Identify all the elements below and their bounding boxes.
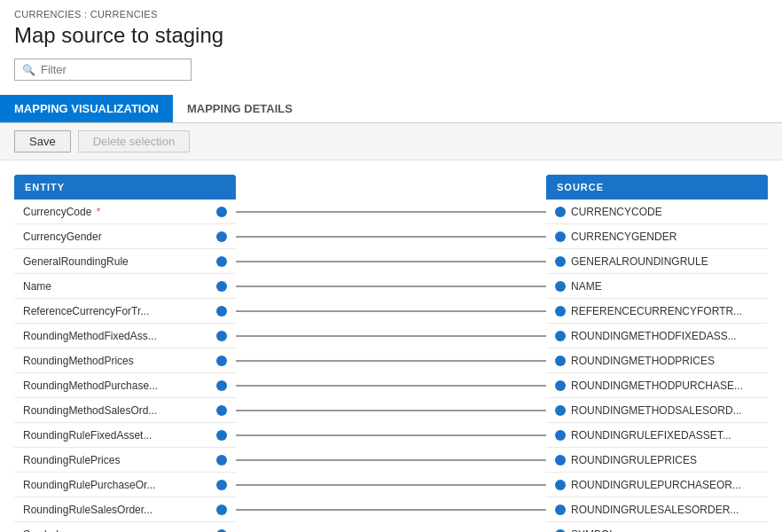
source-row-label: SYMBOL — [571, 528, 615, 532]
source-dot — [555, 256, 566, 267]
entity-dot — [216, 331, 227, 341]
source-row: NAME — [546, 274, 768, 299]
entity-dot — [216, 306, 227, 317]
source-panel-header: SOURCE — [546, 175, 768, 200]
entity-dot — [216, 207, 227, 217]
source-dot — [555, 505, 566, 515]
source-rows: CURRENCYCODECURRENCYGENDERGENERALROUNDIN… — [546, 200, 768, 532]
source-row: ROUNDINGMETHODPURCHASE... — [546, 373, 768, 398]
entity-dot — [216, 405, 227, 416]
page-title: Map source to staging — [14, 23, 768, 48]
source-row-label: ROUNDINGMETHODPRICES — [571, 355, 715, 367]
connector-area — [236, 175, 546, 532]
entity-row-label: CurrencyCode * — [23, 206, 211, 218]
entity-row-label: ReferenceCurrencyForTr... — [23, 305, 211, 317]
entity-panel-header: ENTITY — [14, 175, 236, 200]
entity-row-label: Name — [23, 280, 211, 293]
entity-dot — [216, 231, 227, 242]
source-row-label: ROUNDINGMETHODPURCHASE... — [571, 379, 743, 392]
source-dot — [555, 430, 566, 441]
source-row: REFERENCECURRENCYFORTR... — [546, 299, 768, 324]
entity-row: RoundingMethodFixedAss... — [14, 324, 236, 348]
source-dot — [555, 380, 566, 391]
save-button[interactable]: Save — [14, 130, 71, 153]
entity-row: RoundingMethodPrices — [14, 348, 236, 373]
source-row: SYMBOL — [546, 522, 768, 532]
source-row: ROUNDINGRULEFIXEDASSET... — [546, 423, 768, 448]
source-row-label: ROUNDINGRULEPRICES — [571, 454, 697, 466]
source-dot — [555, 405, 566, 416]
source-row-label: ROUNDINGRULESALESORDER... — [571, 504, 739, 516]
entity-row: RoundingRulePrices — [14, 448, 236, 473]
source-row: ROUNDINGMETHODSALESORD... — [546, 398, 768, 423]
tab-mapping-visualization[interactable]: MAPPING VISUALIZATION — [0, 95, 173, 122]
entity-row-label: RoundingMethodPurchase... — [23, 379, 211, 392]
entity-row: Name — [14, 274, 236, 299]
entity-row-label: Symbol — [23, 528, 211, 532]
entity-dot — [216, 281, 227, 292]
source-dot — [555, 281, 566, 292]
source-row: CURRENCYGENDER — [546, 224, 768, 249]
source-row: ROUNDINGMETHODFIXEDASS... — [546, 324, 768, 348]
entity-row: CurrencyCode * — [14, 200, 236, 224]
source-row: GENERALROUNDINGRULE — [546, 249, 768, 274]
delete-selection-button[interactable]: Delete selection — [78, 130, 191, 153]
entity-dot — [216, 505, 227, 515]
connector-lines — [236, 175, 546, 532]
tab-mapping-details[interactable]: MAPPING DETAILS — [173, 95, 307, 122]
entity-row-label: CurrencyGender — [23, 231, 211, 243]
entity-row-label: RoundingRuleSalesOrder... — [23, 504, 211, 516]
tab-bar: MAPPING VISUALIZATION MAPPING DETAILS — [0, 95, 782, 123]
entity-row: Symbol — [14, 522, 236, 532]
entity-row: RoundingRulePurchaseOr... — [14, 473, 236, 497]
source-dot — [555, 207, 566, 217]
entity-dot — [216, 356, 227, 366]
breadcrumb: CURRENCIES : CURRENCIES — [14, 9, 768, 20]
source-dot — [555, 231, 566, 242]
entity-row: RoundingMethodPurchase... — [14, 373, 236, 398]
entity-row-label: RoundingMethodFixedAss... — [23, 330, 211, 342]
source-row: CURRENCYCODE — [546, 200, 768, 224]
source-dot — [555, 455, 566, 466]
entity-row-label: GeneralRoundingRule — [23, 255, 211, 268]
entity-row: CurrencyGender — [14, 224, 236, 249]
source-row-label: CURRENCYCODE — [571, 206, 662, 218]
source-dot — [555, 331, 566, 341]
source-row-label: ROUNDINGRULEPURCHASEOR... — [571, 479, 741, 491]
entity-row: RoundingRuleFixedAsset... — [14, 423, 236, 448]
source-dot — [555, 306, 566, 317]
source-row-label: REFERENCECURRENCYFORTR... — [571, 305, 742, 317]
entity-dot — [216, 380, 227, 391]
source-row-label: ROUNDINGRULEFIXEDASSET... — [571, 429, 731, 442]
entity-row-label: RoundingMethodPrices — [23, 355, 211, 367]
search-icon: 🔍 — [22, 64, 35, 76]
source-row: ROUNDINGRULESALESORDER... — [546, 497, 768, 522]
source-dot — [555, 480, 566, 490]
entity-row-label: RoundingRulePrices — [23, 454, 211, 466]
source-panel: SOURCE CURRENCYCODECURRENCYGENDERGENERAL… — [546, 175, 768, 532]
entity-dot — [216, 480, 227, 490]
filter-input[interactable] — [41, 63, 184, 76]
entity-row: GeneralRoundingRule — [14, 249, 236, 274]
source-row: ROUNDINGMETHODPRICES — [546, 348, 768, 373]
entity-row: RoundingRuleSalesOrder... — [14, 497, 236, 522]
source-row: ROUNDINGRULEPRICES — [546, 448, 768, 473]
entity-dot — [216, 256, 227, 267]
entity-row-label: RoundingRuleFixedAsset... — [23, 429, 211, 442]
entity-dot — [216, 455, 227, 466]
source-row-label: GENERALROUNDINGRULE — [571, 255, 708, 268]
entity-row-label: RoundingMethodSalesOrd... — [23, 404, 211, 417]
entity-rows: CurrencyCode *CurrencyGenderGeneralRound… — [14, 200, 236, 532]
entity-row-label: RoundingRulePurchaseOr... — [23, 479, 211, 491]
entity-panel: ENTITY CurrencyCode *CurrencyGenderGener… — [14, 175, 236, 532]
source-row-label: NAME — [571, 280, 602, 293]
entity-dot — [216, 430, 227, 441]
source-dot — [555, 356, 566, 366]
source-row-label: ROUNDINGMETHODFIXEDASS... — [571, 330, 737, 342]
filter-box: 🔍 — [14, 59, 192, 81]
entity-row: RoundingMethodSalesOrd... — [14, 398, 236, 423]
source-row: ROUNDINGRULEPURCHASEOR... — [546, 473, 768, 497]
source-row-label: ROUNDINGMETHODSALESORD... — [571, 404, 742, 417]
mapping-area: ENTITY CurrencyCode *CurrencyGenderGener… — [0, 160, 782, 532]
toolbar: Save Delete selection — [0, 123, 782, 160]
